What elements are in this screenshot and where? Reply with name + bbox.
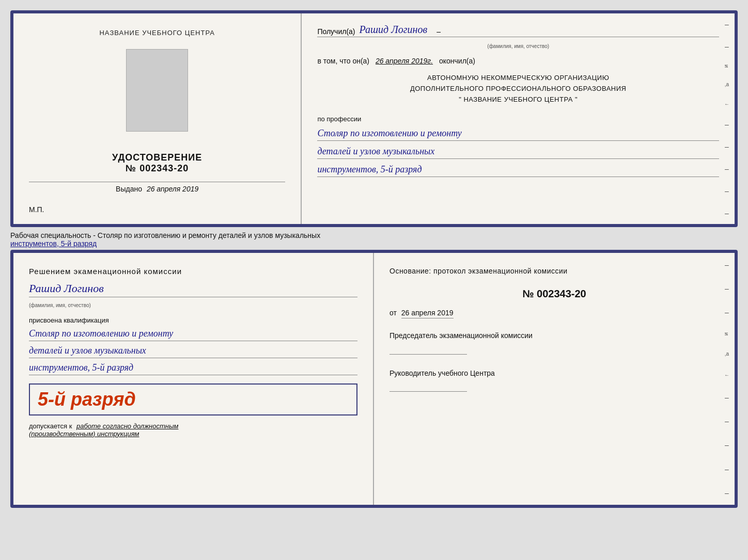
- top-document: НАЗВАНИЕ УЧЕБНОГО ЦЕНТРА УДОСТОВЕРЕНИЕ №…: [10, 10, 738, 227]
- photo-placeholder: [126, 49, 188, 132]
- org-name-top: НАЗВАНИЕ УЧЕБНОГО ЦЕНТРА: [99, 29, 214, 37]
- rank-box: 5-й разряд: [29, 383, 357, 415]
- top-doc-left: НАЗВАНИЕ УЧЕБНОГО ЦЕНТРА УДОСТОВЕРЕНИЕ №…: [13, 13, 302, 224]
- cert-number-prefix: №: [126, 163, 136, 173]
- basis-title: Основание: протокол экзаменационной коми…: [389, 266, 719, 277]
- received-label: Получил(а): [317, 27, 355, 36]
- bottom-document: Решением экаменационной комиссии Рашид Л…: [10, 250, 738, 508]
- chairman-title: Председатель экзаменационной комиссии: [389, 331, 719, 341]
- qualification-label: присвоена квалификация: [29, 316, 357, 324]
- rank-text: 5-й разряд: [38, 389, 136, 410]
- bottom-doc-left: Решением экаменационной комиссии Рашид Л…: [13, 253, 374, 505]
- org-block: АВТОНОМНУЮ НЕКОММЕРЧЕСКУЮ ОРГАНИЗАЦИЮ ДО…: [317, 73, 719, 105]
- bottom-doc-right: Основание: протокол экзаменационной коми…: [374, 253, 735, 505]
- director-title: Руководитель учебного Центра: [389, 369, 719, 379]
- recipient-name: Рашид Логинов: [360, 24, 428, 36]
- profession-line2: деталей и узлов музыкальных: [317, 146, 719, 159]
- cert-number: 002343-20: [139, 163, 189, 173]
- decision-title: Решением экаменационной комиссии: [29, 266, 357, 278]
- date-line: в том, что он(а) 26 апреля 2019г. окончи…: [317, 57, 719, 65]
- qual-line3: инструментов, 5-й разряд: [29, 362, 357, 375]
- recipient-block: Получил(а) Рашид Логинов –: [317, 24, 719, 37]
- mp-label: М.П.: [29, 205, 44, 214]
- fio-label-top: (фамилия, имя, отчество): [317, 43, 719, 49]
- qual-line1: Столяр по изготовлению и ремонту: [29, 328, 357, 341]
- director-block: Руководитель учебного Центра: [389, 369, 719, 392]
- date-value: 26 апреля 2019г.: [376, 57, 433, 65]
- admission-text: допускается к работе согласно должностны…: [29, 422, 357, 438]
- middle-text: Рабочая специальность - Столяр по изгото…: [10, 227, 738, 250]
- chairman-signature-line: [389, 354, 467, 355]
- bottom-right-edge-marks: – – – и ,а ← – – – – –: [722, 253, 732, 505]
- bottom-person-block: Рашид Логинов: [29, 282, 357, 297]
- bottom-person-name: Рашид Логинов: [29, 282, 104, 296]
- page-wrapper: НАЗВАНИЕ УЧЕБНОГО ЦЕНТРА УДОСТОВЕРЕНИЕ №…: [10, 10, 738, 508]
- right-edge-marks: – – и ,а ← – – – – –: [722, 13, 732, 224]
- profession-line1: Столяр по изготовлению и ремонту: [317, 128, 719, 141]
- cert-title: УДОСТОВЕРЕНИЕ № 002343-20: [112, 152, 202, 174]
- protocol-date: от 26 апреля 2019: [389, 309, 719, 317]
- protocol-number: № 002343-20: [389, 288, 719, 300]
- dash1: –: [437, 27, 441, 36]
- director-signature-line: [389, 391, 467, 392]
- bottom-fio-label: (фамилия, имя, отчество): [29, 302, 357, 308]
- qual-line2: деталей и узлов музыкальных: [29, 345, 357, 358]
- profession-line3: инструментов, 5-й разряд: [317, 164, 719, 177]
- issued-line: Выдано 26 апреля 2019: [29, 182, 285, 193]
- profession-label: по профессии: [317, 115, 719, 123]
- middle-text-underline: инструментов, 5-й разряд: [10, 239, 97, 248]
- top-doc-right: Получил(а) Рашид Логинов – (фамилия, имя…: [302, 13, 735, 224]
- chairman-block: Председатель экзаменационной комиссии: [389, 331, 719, 355]
